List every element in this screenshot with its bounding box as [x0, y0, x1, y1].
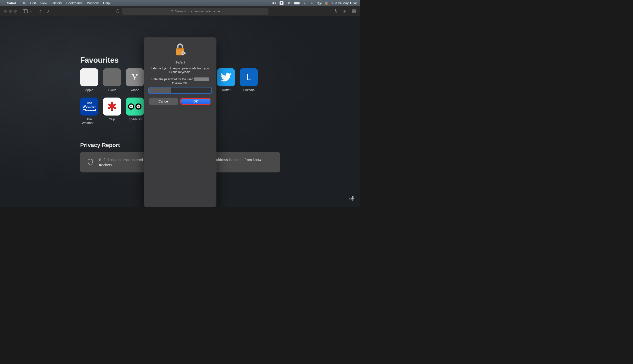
- svg-point-19: [352, 199, 353, 200]
- svg-rect-6: [23, 10, 28, 13]
- svg-point-23: [182, 52, 184, 54]
- weather-channel-tile: The Weather Channel: [80, 98, 98, 116]
- favourite-yelp[interactable]: ✱ Yelp: [103, 98, 121, 125]
- favourite-label: iCloud: [108, 88, 116, 92]
- address-search-field[interactable]: Search or enter website name: [122, 8, 269, 14]
- svg-rect-21: [176, 48, 184, 50]
- app-menu-safari[interactable]: Safari: [7, 1, 16, 5]
- shield-icon: [87, 158, 93, 166]
- spotlight-icon[interactable]: [310, 1, 314, 5]
- favourite-apple[interactable]: Apple: [80, 68, 98, 92]
- system-menubar: Safari File Edit View History Bookmarks …: [0, 0, 360, 6]
- svg-point-15: [352, 196, 354, 198]
- menu-bookmarks[interactable]: Bookmarks: [66, 1, 82, 5]
- sidebar-toggle-button[interactable]: [23, 9, 28, 14]
- siri-icon[interactable]: [325, 2, 328, 5]
- svg-rect-10: [352, 10, 354, 11]
- favourite-label: Yahoo: [130, 88, 139, 92]
- cancel-button[interactable]: Cancel: [149, 98, 178, 105]
- volume-icon[interactable]: [272, 1, 276, 5]
- favourite-linkedin[interactable]: L LinkedIn: [240, 68, 258, 92]
- favourite-label: TripAdvisor: [127, 118, 143, 121]
- window-controls: [4, 10, 17, 13]
- dialog-title: Safari: [149, 60, 212, 64]
- browser-toolbar: Search or enter website name: [0, 6, 360, 16]
- favourite-label: Twitter: [221, 88, 231, 92]
- forward-button[interactable]: [46, 9, 51, 14]
- zoom-window-button[interactable]: [14, 10, 17, 13]
- svg-point-0: [305, 4, 305, 4]
- tripadvisor-icon: [126, 98, 144, 116]
- keychain-password-dialog: Safari Safari is trying to export passwo…: [144, 37, 217, 207]
- svg-rect-24: [184, 52, 186, 53]
- favourite-twitter[interactable]: Twitter: [217, 68, 235, 92]
- favourite-yahoo[interactable]: Y Yahoo: [126, 68, 144, 92]
- dialog-message: Safari is trying to export passwords fro…: [149, 66, 212, 74]
- favourite-label: LinkedIn: [243, 88, 255, 92]
- menu-file[interactable]: File: [21, 1, 26, 5]
- menu-window[interactable]: Window: [87, 1, 99, 5]
- twitter-icon: [217, 68, 235, 86]
- svg-rect-11: [354, 10, 356, 11]
- favourite-tripadvisor[interactable]: TripAdvisor: [126, 98, 144, 125]
- dialog-prompt-pre: Enter the password for the user: [152, 78, 193, 81]
- menu-view[interactable]: View: [40, 1, 47, 5]
- bluetooth-icon[interactable]: [287, 1, 291, 5]
- svg-rect-12: [352, 12, 354, 13]
- tab-overview-button[interactable]: [351, 9, 356, 14]
- svg-point-4: [318, 2, 319, 3]
- sidebar-dropdown-button[interactable]: [29, 9, 33, 14]
- apple-logo-icon: [103, 68, 121, 86]
- address-placeholder: Search or enter website name: [175, 9, 220, 13]
- back-button[interactable]: [38, 9, 43, 14]
- menu-history[interactable]: History: [52, 1, 62, 5]
- svg-point-5: [320, 4, 321, 4]
- privacy-shield-button[interactable]: [115, 9, 120, 14]
- menu-help[interactable]: Help: [103, 1, 110, 5]
- menu-edit[interactable]: Edit: [30, 1, 36, 5]
- apple-logo-icon: [80, 68, 98, 86]
- menubar-datetime[interactable]: Tue 24 May 15:41: [332, 1, 357, 5]
- yahoo-tile: Y: [126, 68, 144, 86]
- redacted-username: [194, 77, 209, 81]
- favourite-weather[interactable]: The Weather Channel The Weather…: [80, 98, 98, 125]
- ok-button-highlight: OK: [180, 98, 212, 105]
- yelp-icon: ✱: [103, 98, 121, 116]
- svg-point-8: [171, 10, 173, 12]
- dialog-prompt-post: to allow this.: [149, 82, 212, 85]
- linkedin-tile: L: [240, 68, 258, 86]
- svg-point-1: [311, 2, 313, 4]
- svg-rect-13: [354, 12, 356, 13]
- control-center-icon[interactable]: [317, 1, 321, 5]
- new-tab-button[interactable]: [342, 9, 347, 14]
- svg-point-17: [350, 198, 351, 199]
- dialog-prompt: Enter the password for the user: [149, 77, 212, 81]
- lock-icon: [149, 43, 212, 57]
- input-source-indicator[interactable]: A: [280, 1, 284, 5]
- customize-start-page-button[interactable]: [349, 196, 355, 202]
- close-window-button[interactable]: [4, 10, 7, 13]
- favourite-label: Apple: [85, 88, 93, 92]
- share-button[interactable]: [333, 9, 338, 14]
- favourite-icloud[interactable]: iCloud: [103, 68, 121, 92]
- wifi-icon[interactable]: [303, 1, 307, 5]
- favourite-label: Yelp: [109, 118, 115, 121]
- password-input[interactable]: [149, 88, 212, 93]
- battery-icon[interactable]: [294, 2, 300, 4]
- ok-button[interactable]: OK: [181, 99, 210, 104]
- minimize-window-button[interactable]: [9, 10, 12, 13]
- favourite-label: The Weather…: [80, 118, 98, 125]
- search-icon: [171, 10, 174, 13]
